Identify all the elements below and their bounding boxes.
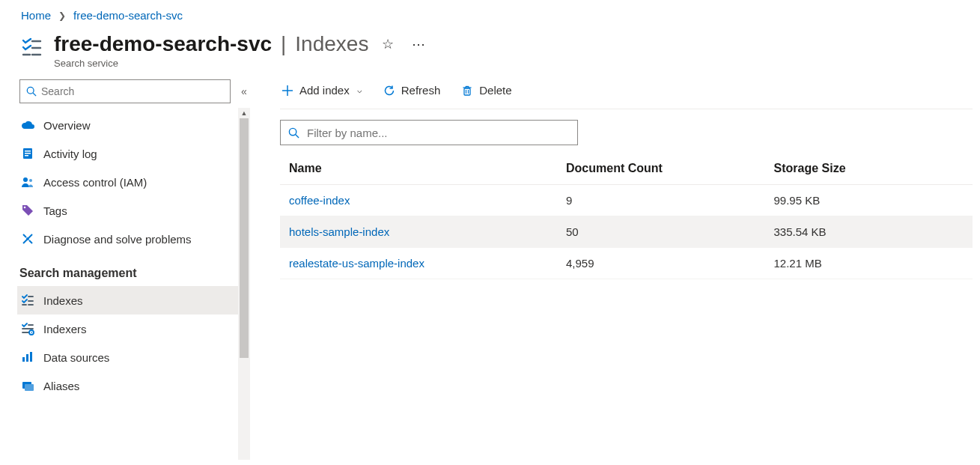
indexes-icon [21, 294, 34, 307]
favorite-button[interactable]: ☆ [377, 33, 398, 55]
title-separator: | [281, 32, 286, 56]
doc-count-cell: 50 [557, 216, 765, 248]
table-row[interactable]: coffee-index 9 99.95 KB [280, 185, 973, 216]
sidebar-search-input[interactable] [41, 85, 224, 97]
star-icon: ☆ [382, 37, 394, 52]
breadcrumb: Home ❯ free-demo-search-svc [0, 0, 980, 29]
main-content: Add index ⌵ Refresh Delete [250, 75, 980, 458]
col-storage[interactable]: Storage Size [765, 153, 973, 185]
page-header: free-demo-search-svc | Indexes ☆ ⋯ Searc… [0, 29, 980, 75]
svg-rect-26 [25, 384, 34, 391]
delete-label: Delete [479, 84, 511, 97]
storage-cell: 12.21 MB [765, 248, 973, 279]
svg-line-37 [296, 134, 299, 137]
refresh-label: Refresh [401, 84, 441, 97]
index-link[interactable]: realestate-us-sample-index [289, 257, 424, 270]
svg-rect-24 [30, 352, 32, 362]
search-icon [288, 127, 299, 139]
sidebar-item-data-sources[interactable]: Data sources [17, 343, 250, 371]
sidebar-section-search-management: Search management [19, 253, 250, 286]
sidebar-item-label: Access control (IAM) [43, 176, 147, 189]
col-doc-count[interactable]: Document Count [557, 153, 765, 185]
index-link[interactable]: hotels-sample-index [289, 225, 389, 238]
svg-rect-29 [464, 88, 470, 95]
add-index-label: Add index [299, 84, 350, 97]
sidebar-item-label: Indexers [43, 323, 87, 335]
sidebar-item-label: Indexes [43, 294, 83, 307]
search-icon [26, 86, 37, 97]
filter-box[interactable] [280, 120, 578, 145]
cloud-icon [21, 118, 34, 132]
sidebar-collapse-button[interactable]: « [238, 82, 250, 100]
storage-cell: 99.95 KB [765, 185, 973, 216]
sidebar-item-diagnose[interactable]: Diagnose and solve problems [17, 225, 250, 253]
storage-cell: 335.54 KB [765, 216, 973, 248]
ellipsis-icon: ⋯ [412, 37, 425, 52]
log-icon [21, 147, 34, 160]
sidebar-item-label: Data sources [43, 351, 109, 364]
sidebar-item-label: Activity log [43, 148, 97, 160]
sidebar-item-label: Tags [43, 204, 67, 217]
svg-point-13 [26, 237, 29, 240]
plus-icon [281, 85, 293, 97]
breadcrumb-home[interactable]: Home [21, 9, 51, 22]
sidebar-scrollbar[interactable]: ▲ [238, 108, 250, 460]
sidebar: « Overview Activity log [0, 75, 250, 458]
page-section: Indexes [295, 32, 368, 56]
svg-rect-9 [25, 155, 28, 156]
sidebar-item-indexes[interactable]: Indexes [17, 286, 250, 314]
index-link[interactable]: coffee-index [289, 194, 350, 207]
breadcrumb-separator-icon: ❯ [58, 10, 66, 21]
col-name[interactable]: Name [280, 153, 557, 185]
sidebar-item-overview[interactable]: Overview [17, 111, 250, 139]
table-row[interactable]: realestate-us-sample-index 4,959 12.21 M… [280, 248, 973, 279]
refresh-button[interactable]: Refresh [382, 82, 442, 98]
indexers-icon [21, 322, 34, 335]
trash-icon [461, 85, 473, 97]
aliases-icon [21, 379, 34, 392]
refresh-icon [383, 85, 395, 97]
doc-count-cell: 4,959 [557, 248, 765, 279]
people-icon [21, 175, 34, 189]
svg-rect-8 [25, 153, 31, 154]
scroll-up-icon[interactable]: ▲ [238, 108, 250, 118]
search-service-icon [21, 37, 42, 58]
sidebar-item-label: Aliases [43, 380, 79, 392]
sidebar-item-tags[interactable]: Tags [17, 196, 250, 225]
tag-icon [21, 204, 34, 217]
svg-point-4 [27, 87, 34, 94]
sidebar-nav-management: Indexes Indexers Data sources [19, 286, 250, 400]
svg-line-5 [33, 93, 36, 96]
svg-point-12 [24, 207, 26, 209]
page-subtitle: Search service [54, 58, 430, 69]
sidebar-item-label: Overview [43, 119, 91, 132]
chevron-double-left-icon: « [241, 85, 247, 97]
chevron-down-icon: ⌵ [357, 85, 362, 95]
delete-button[interactable]: Delete [460, 82, 513, 98]
svg-point-36 [289, 128, 296, 135]
sidebar-nav-general: Overview Activity log Access control (IA… [19, 111, 250, 253]
sidebar-item-indexers[interactable]: Indexers [17, 314, 250, 343]
breadcrumb-current[interactable]: free-demo-search-svc [73, 9, 183, 22]
indexes-table: Name Document Count Storage Size coffee-… [280, 153, 973, 279]
svg-rect-22 [22, 357, 25, 362]
svg-point-10 [23, 177, 28, 182]
sidebar-item-label: Diagnose and solve problems [43, 233, 192, 246]
sidebar-item-aliases[interactable]: Aliases [17, 371, 250, 400]
sidebar-search[interactable] [19, 79, 231, 103]
svg-rect-23 [26, 354, 28, 362]
table-header-row: Name Document Count Storage Size [280, 153, 973, 185]
svg-rect-7 [25, 151, 31, 152]
add-index-button[interactable]: Add index ⌵ [280, 82, 364, 98]
sidebar-item-activity-log[interactable]: Activity log [17, 139, 250, 168]
toolbar: Add index ⌵ Refresh Delete [280, 75, 973, 109]
sidebar-item-access-control[interactable]: Access control (IAM) [17, 168, 250, 196]
table-row[interactable]: hotels-sample-index 50 335.54 KB [280, 216, 973, 248]
scrollbar-thumb[interactable] [240, 118, 249, 358]
filter-input[interactable] [307, 127, 570, 139]
svg-point-11 [29, 179, 32, 182]
doc-count-cell: 9 [557, 185, 765, 216]
more-actions-button[interactable]: ⋯ [407, 33, 430, 55]
data-sources-icon [21, 350, 34, 364]
diagnose-icon [21, 232, 34, 246]
